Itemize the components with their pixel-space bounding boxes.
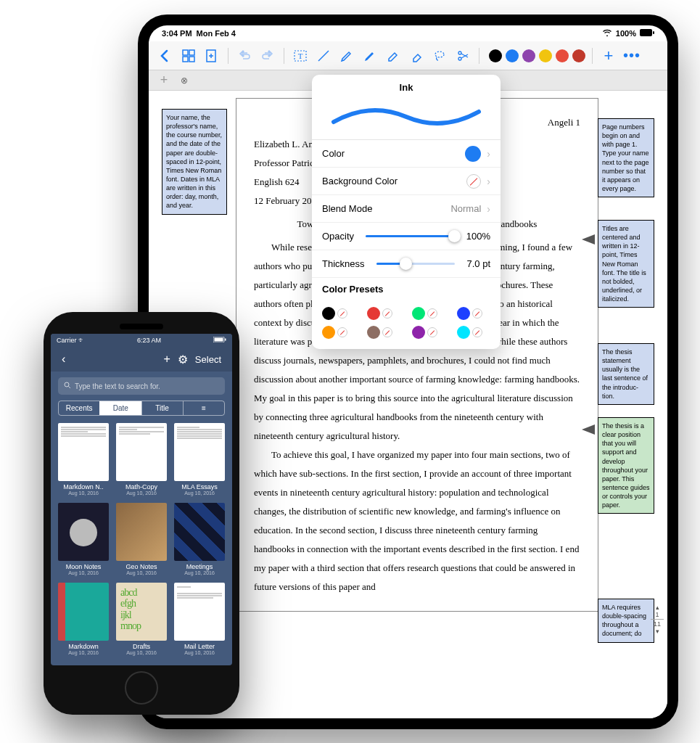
color-black[interactable] [489, 49, 502, 62]
more-button[interactable]: ••• [622, 46, 641, 65]
text-tool-button[interactable]: T [291, 46, 310, 65]
blend-label: Blend Mode [322, 203, 372, 214]
callout-spacing: MLA requires double-spacing throughout a… [598, 599, 654, 643]
blend-value: Normal [450, 203, 481, 214]
opacity-slider[interactable] [366, 235, 455, 237]
callout-page-numbers: Page numbers begin on and with page 1. T… [598, 118, 654, 197]
color-palette [489, 49, 585, 62]
callout-titles: Titles are centered and written in 12-po… [598, 220, 654, 308]
segment-title[interactable]: Title [141, 401, 183, 415]
home-button[interactable] [125, 671, 158, 705]
document-item[interactable]: Markdown N.. Aug 10, 2016 [58, 423, 109, 496]
ink-popover: Ink Color › Background Color › Blend Mod… [312, 75, 501, 349]
grid-view-button[interactable] [179, 46, 198, 65]
document-item[interactable]: Math-Copy Aug 10, 2016 [116, 423, 167, 496]
preset-black[interactable] [322, 307, 355, 320]
ipad-status-bar: 3:04 PM Mon Feb 4 100% [149, 25, 667, 41]
item-name: Mail Letter [174, 643, 225, 650]
document-item[interactable]: Moon Notes Aug 10, 2016 [58, 503, 109, 575]
status-date: Mon Feb 4 [197, 29, 236, 38]
segment-recents[interactable]: Recents [59, 401, 99, 415]
new-tab-button[interactable]: + [155, 71, 173, 90]
svg-point-9 [435, 52, 444, 57]
blend-mode-row[interactable]: Blend Mode Normal › [312, 195, 501, 223]
svg-rect-13 [215, 338, 223, 342]
document-item[interactable]: abcdefghijklmnop Drafts Aug 10, 2016 [116, 583, 167, 655]
presets-header-row: Color Presets [312, 278, 501, 300]
close-tab-button[interactable]: ⊗ [181, 75, 188, 86]
thickness-row[interactable]: Thickness 7.0 pt [312, 250, 501, 278]
svg-point-11 [458, 57, 461, 60]
search-icon [64, 382, 71, 390]
search-field[interactable]: Type the text to search for. [58, 377, 225, 395]
color-red[interactable] [556, 49, 569, 62]
lasso-tool-button[interactable] [430, 46, 449, 65]
item-date: Aug 10, 2016 [58, 490, 109, 496]
preset-brown[interactable] [367, 326, 400, 339]
scroll-up-icon[interactable]: ▴ [651, 604, 664, 611]
back-button[interactable]: ‹ [58, 353, 69, 366]
add-page-button[interactable] [202, 46, 221, 65]
item-date: Aug 10, 2016 [116, 650, 167, 655]
preset-orange[interactable] [322, 326, 355, 339]
paragraph-2: To achieve this goal, I have organized m… [254, 446, 580, 596]
settings-button[interactable]: ⚙ [174, 353, 192, 366]
color-presets-grid [312, 300, 501, 349]
ink-preview-stroke [312, 97, 501, 140]
callout-format-info: Your name, the professor's name, the cou… [162, 109, 227, 215]
svg-rect-14 [225, 339, 226, 341]
gear-icon: ⚙ [178, 353, 188, 366]
document-item[interactable]: Markdown Aug 10, 2016 [58, 583, 109, 655]
scroll-down-icon[interactable]: ▾ [651, 628, 664, 635]
highlighter-tool-button[interactable] [384, 46, 403, 65]
current-color-swatch [465, 146, 481, 162]
thickness-slider[interactable] [376, 263, 456, 265]
redo-button[interactable] [258, 46, 277, 65]
status-time: 6:23 AM [137, 337, 161, 344]
arrow-icon [582, 234, 595, 245]
scissors-tool-button[interactable] [453, 46, 472, 65]
document-item[interactable]: Geo Notes Aug 10, 2016 [116, 503, 167, 575]
thickness-value: 7.0 pt [466, 258, 490, 269]
segment-list[interactable]: ≡ [183, 401, 224, 415]
preset-purple[interactable] [412, 326, 445, 339]
undo-button[interactable] [235, 46, 254, 65]
preset-cyan[interactable] [457, 326, 490, 339]
preset-blue[interactable] [457, 307, 490, 320]
document-item[interactable]: Mail Letter Aug 10, 2016 [174, 583, 225, 655]
back-button[interactable] [156, 46, 175, 65]
segment-date[interactable]: Date [99, 401, 141, 415]
pen-tool-button[interactable] [337, 46, 356, 65]
item-date: Aug 10, 2016 [174, 570, 225, 575]
color-blue[interactable] [506, 49, 519, 62]
marker-tool-button[interactable] [361, 46, 379, 65]
background-color-row[interactable]: Background Color › [312, 168, 501, 195]
preset-red[interactable] [367, 307, 400, 320]
thumb-mail [174, 583, 225, 641]
item-date: Aug 10, 2016 [174, 650, 225, 655]
document-item[interactable]: MLA Essays Aug 10, 2016 [174, 423, 225, 496]
color-darkred[interactable] [572, 49, 585, 62]
document-item[interactable]: Meetings Aug 10, 2016 [174, 503, 225, 575]
select-button[interactable]: Select [192, 354, 225, 365]
item-name: MLA Essays [174, 483, 225, 490]
popover-title: Ink [312, 75, 501, 97]
svg-rect-3 [189, 50, 194, 55]
total-pages: 11 [651, 620, 664, 628]
svg-point-15 [65, 382, 69, 387]
wifi-icon: ᯤ [78, 337, 85, 344]
line-tool-button[interactable] [314, 46, 333, 65]
add-button[interactable]: + [160, 353, 174, 366]
opacity-row[interactable]: Opacity 100% [312, 223, 501, 250]
page-scroll-indicator[interactable]: ▴ 1 11 ▾ [651, 604, 664, 635]
eraser-tool-button[interactable] [407, 46, 426, 65]
color-yellow[interactable] [539, 49, 552, 62]
color-row[interactable]: Color › [312, 140, 501, 168]
item-date: Aug 10, 2016 [116, 570, 167, 575]
color-purple[interactable] [522, 49, 535, 62]
opacity-label: Opacity [322, 231, 354, 242]
preset-green[interactable] [412, 307, 445, 320]
thumb-geo [116, 503, 167, 561]
add-button[interactable]: + [599, 46, 618, 65]
battery-text: 100% [616, 29, 636, 38]
